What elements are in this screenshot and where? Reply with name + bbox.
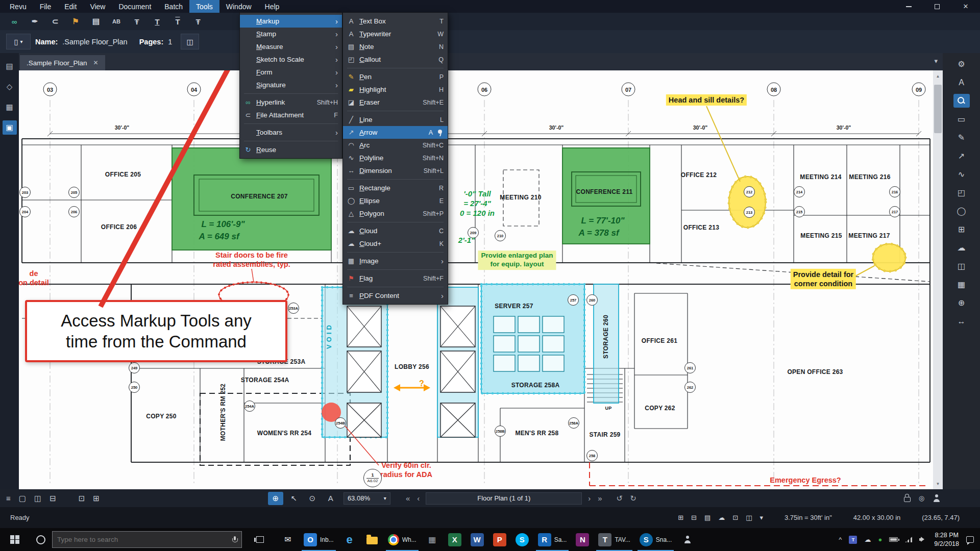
- menu-revu[interactable]: Revu: [3, 0, 33, 13]
- outlook-app[interactable]: OInb...: [299, 528, 338, 551]
- store-app[interactable]: ▦: [421, 528, 444, 551]
- markup-menu-item-arc[interactable]: ◠ArcShift+C: [343, 139, 448, 152]
- first-page-button[interactable]: «: [405, 494, 411, 503]
- markup-menu-item-dimension[interactable]: ↔DimensionShift+L: [343, 164, 448, 177]
- page-setup-icon[interactable]: ⊟: [691, 514, 697, 521]
- document-icon[interactable]: ▤: [704, 514, 710, 521]
- scrollbar-thumb[interactable]: [934, 85, 942, 133]
- arrow-tool-icon[interactable]: ↗: [953, 149, 970, 163]
- teams-tray-icon[interactable]: T: [849, 536, 857, 544]
- calibrate-icon[interactable]: ⊕: [953, 296, 970, 310]
- tools-menu-item-hyperlink[interactable]: ∞HyperlinkShift+H: [240, 96, 342, 109]
- cortana-button[interactable]: [30, 535, 52, 544]
- markup-menu-item-callout[interactable]: ◰CalloutQ: [343, 53, 448, 66]
- previous-page-button[interactable]: ‹: [416, 494, 421, 503]
- settings-gear-icon[interactable]: ⚙: [953, 57, 970, 71]
- bookmarks-panel-icon[interactable]: ◇: [3, 80, 17, 94]
- mail-app[interactable]: ✉: [277, 528, 299, 551]
- thumbnails-grid-icon[interactable]: ⊞: [678, 514, 683, 521]
- markup-menu-item-flag[interactable]: ⚑FlagShift+F: [343, 272, 448, 285]
- tools-menu-item-stamp[interactable]: Stamp›: [240, 28, 342, 40]
- studio-cloud-icon[interactable]: ☁: [718, 514, 725, 521]
- snagit-app[interactable]: SSna...: [635, 528, 676, 551]
- markup-menu-item-line[interactable]: ╱LineL: [343, 113, 448, 126]
- markup-menu-item-arrow[interactable]: ↗ArrowA: [343, 126, 448, 139]
- menu-help[interactable]: Help: [258, 0, 286, 13]
- tools-menu-item-form[interactable]: Form›: [240, 66, 342, 79]
- maximize-button[interactable]: [923, 0, 951, 13]
- stamp-icon[interactable]: ▤: [87, 15, 105, 28]
- compare-icon[interactable]: ◫: [953, 259, 970, 273]
- comments-icon[interactable]: ▭: [953, 112, 970, 126]
- onenote-app[interactable]: N: [571, 528, 594, 551]
- page-flip-button[interactable]: ◫: [181, 34, 199, 49]
- menu-file[interactable]: File: [33, 0, 58, 13]
- caret-down-icon[interactable]: ▾: [760, 514, 763, 521]
- previous-view-button[interactable]: ↺: [616, 494, 624, 503]
- onedrive-tray-icon[interactable]: ☁: [864, 536, 871, 543]
- zoom-tool-icon[interactable]: ⊙: [305, 492, 320, 505]
- taskbar-search[interactable]: [52, 531, 242, 548]
- markup-menu-item-typewriter[interactable]: ATypewriterW: [343, 28, 448, 40]
- markup-menu-item-ellipse[interactable]: ◯EllipseE: [343, 194, 448, 207]
- markup-menu-item-cloud[interactable]: ☁CloudC: [343, 224, 448, 237]
- split-horizontal-icon[interactable]: ⊟: [50, 494, 56, 503]
- export-page-icon[interactable]: ⊡: [79, 494, 85, 503]
- text-plus-icon[interactable]: Ŧ: [189, 15, 207, 28]
- chrome-app[interactable]: Wh...: [383, 528, 421, 551]
- zoom-text-icon[interactable]: A: [323, 492, 338, 505]
- markup-menu-item-polyline[interactable]: ∿PolylineShift+N: [343, 152, 448, 164]
- edge-app[interactable]: e: [338, 528, 361, 551]
- batch-icon[interactable]: ⊡: [732, 514, 738, 521]
- markup-menu-item-cloud-[interactable]: ☁Cloud+K: [343, 237, 448, 250]
- tav-app[interactable]: TTAV...: [594, 528, 634, 551]
- zoom-level-dropdown[interactable]: 63.08% ▾: [344, 492, 390, 505]
- minimize-button[interactable]: [894, 0, 923, 13]
- menu-edit[interactable]: Edit: [58, 0, 83, 13]
- next-page-button[interactable]: ›: [587, 494, 592, 503]
- markup-menu-item-text-box[interactable]: AText BoxT: [343, 15, 448, 28]
- cloud-icon[interactable]: ☁: [953, 241, 970, 255]
- next-view-button[interactable]: ↻: [629, 494, 638, 503]
- close-button[interactable]: ✕: [951, 0, 980, 13]
- status-target-icon[interactable]: ◎: [919, 494, 924, 502]
- tools-menu-item-toolbars[interactable]: Toolbars›: [240, 126, 342, 139]
- underline-text-icon[interactable]: T: [148, 15, 166, 28]
- single-page-icon[interactable]: ▢: [19, 494, 26, 503]
- menu-batch[interactable]: Batch: [158, 0, 189, 13]
- tools-menu-item-sketch-to-scale[interactable]: Sketch to Scale›: [240, 53, 342, 66]
- tray-expand-icon[interactable]: ^: [839, 536, 842, 543]
- attachment-icon[interactable]: ⊂: [46, 15, 64, 28]
- tool-chest-panel-icon[interactable]: ▣: [3, 120, 17, 135]
- file-menu-button[interactable]: ▯ ▾: [6, 34, 31, 49]
- thumbnails-panel-icon[interactable]: ▦: [3, 100, 17, 114]
- signature-icon[interactable]: ✒: [26, 15, 44, 28]
- notification-center-icon[interactable]: [966, 536, 974, 543]
- tools-menu-item-measure[interactable]: Measure›: [240, 40, 342, 53]
- taskbar-clock[interactable]: 8:28 PM9/2/2018: [934, 531, 959, 548]
- tab-list-caret-icon[interactable]: ▾: [934, 57, 938, 65]
- markup-menu-item-note[interactable]: ▤NoteN: [343, 40, 448, 53]
- tab-sample-floor-plan[interactable]: .Sample Floor_Plan ✕: [20, 55, 105, 70]
- image-icon[interactable]: ▦: [953, 278, 970, 291]
- menu-window[interactable]: Window: [219, 0, 258, 13]
- callout-icon[interactable]: ◰: [953, 186, 970, 199]
- file-explorer-app[interactable]: [361, 528, 383, 551]
- markup-menu-item-eraser[interactable]: ◪EraserShift+E: [343, 96, 448, 109]
- word-app[interactable]: W: [466, 528, 488, 551]
- views-icon[interactable]: ◫: [746, 514, 752, 521]
- start-button[interactable]: [0, 528, 30, 551]
- ruler-icon[interactable]: ↔: [953, 314, 970, 328]
- pen-icon[interactable]: ✎: [953, 131, 970, 144]
- select-tool-icon[interactable]: ↖: [286, 492, 302, 505]
- excel-app[interactable]: X: [444, 528, 466, 551]
- tools-menu-item-file-attachment[interactable]: ⊂File AttachmentF: [240, 109, 342, 121]
- polyline-icon[interactable]: ∿: [953, 167, 970, 181]
- markup-menu-item-pdf-content[interactable]: ≡PDF Content›: [343, 289, 448, 302]
- spellcheck-icon[interactable]: AB: [107, 15, 126, 28]
- tools-menu-item-reuse[interactable]: ↻Reuse: [240, 143, 342, 156]
- menu-tools[interactable]: Tools: [189, 0, 219, 13]
- last-page-button[interactable]: »: [597, 494, 603, 503]
- network-tray-icon[interactable]: [905, 537, 912, 542]
- lock-icon[interactable]: [904, 497, 911, 502]
